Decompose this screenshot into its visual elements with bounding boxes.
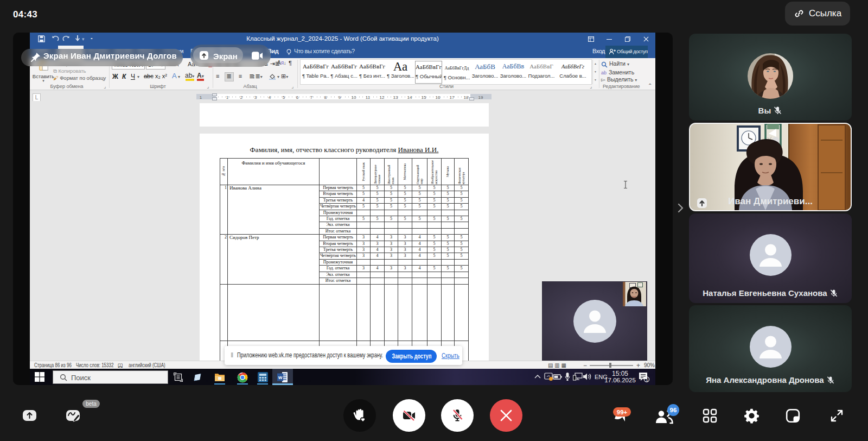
svg-text:w: w: [278, 374, 283, 380]
svg-text:99+: 99+: [617, 409, 628, 415]
svg-text:1: 1: [646, 377, 648, 382]
